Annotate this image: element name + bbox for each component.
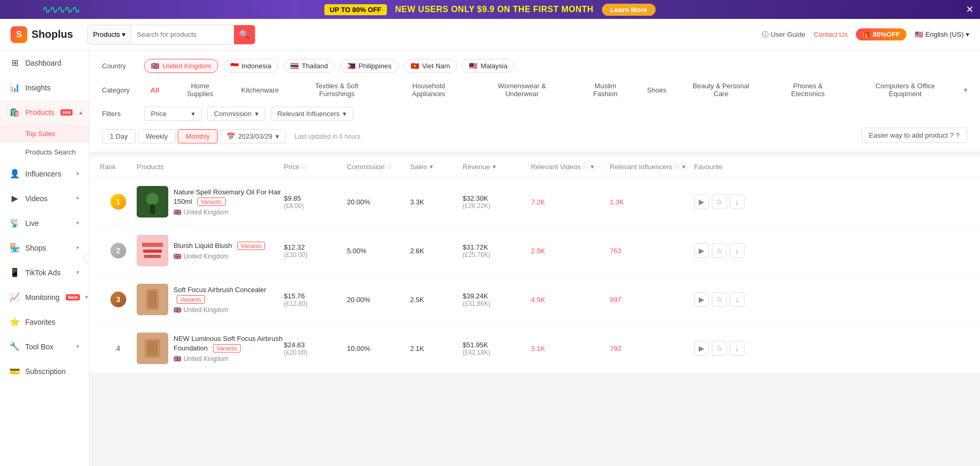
- relevant-videos-cell[interactable]: 3.1K: [531, 345, 610, 353]
- main-content: Country 🇬🇧 United Kingdom 🇮🇩 Indonesia 🇹…: [89, 50, 980, 466]
- videos-info-icon[interactable]: ⓘ: [582, 163, 588, 171]
- sidebar-item-shops[interactable]: 🏪 Shops ▾: [0, 235, 89, 260]
- col-sales[interactable]: Sales ▼: [410, 163, 463, 171]
- insights-icon: 📊: [9, 82, 20, 92]
- country-philippines-button[interactable]: 🇵🇭 Philippines: [340, 59, 399, 73]
- sidebar-item-products[interactable]: 🛍️ Products Hot ▲: [0, 100, 89, 125]
- chevron-down-icon: ▾: [76, 343, 79, 350]
- rank-cell: 2: [100, 243, 137, 258]
- col-favourite: Favourite: [694, 163, 757, 171]
- search-input[interactable]: [131, 25, 234, 44]
- relevant-videos-cell[interactable]: 2.5K: [531, 247, 610, 255]
- category-household-button[interactable]: Household Appliances: [389, 79, 468, 100]
- product-cell: Soft Focus Airbrush Concealer Variants 🇬…: [137, 284, 284, 315]
- sidebar-item-videos[interactable]: ▶ Videos ▾: [0, 186, 89, 211]
- easier-way-button[interactable]: Easier way to add product ? ?: [861, 128, 967, 143]
- country-malaysia-button[interactable]: 🇲🇾 Malaysia: [462, 59, 514, 73]
- commission-info-icon[interactable]: ⓘ: [386, 163, 392, 171]
- video-fav-button[interactable]: ▶: [694, 292, 709, 307]
- product-name[interactable]: Blursh Liquid Blush Variants: [173, 241, 284, 251]
- svg-rect-9: [148, 291, 157, 308]
- sidebar-item-favorites[interactable]: ⭐ Favorites: [0, 309, 89, 334]
- sidebar-sub-item-top-sales[interactable]: Top Sales: [0, 125, 89, 143]
- date-picker[interactable]: 📅 2023/03/29 ▾: [220, 129, 286, 143]
- category-muslim-button[interactable]: Muslim Fashion: [575, 79, 636, 100]
- relevant-influencers-cell[interactable]: 1.3K: [610, 198, 694, 206]
- download-button[interactable]: ↓: [730, 292, 744, 307]
- product-info: Blursh Liquid Blush Variants 🇬🇧 United K…: [173, 241, 284, 260]
- category-all-button[interactable]: All: [144, 84, 166, 97]
- sales-cell: 2.5K: [410, 296, 463, 304]
- sidebar-sub-item-products-search[interactable]: Products Search: [0, 143, 89, 161]
- country-indonesia-button[interactable]: 🇮🇩 Indonesia: [223, 59, 278, 73]
- banner-learn-more-button[interactable]: Learn More: [602, 4, 656, 16]
- sidebar-item-toolbox[interactable]: 🔧 Tool Box ▾: [0, 334, 89, 359]
- time-tab-weekly[interactable]: Weekly: [138, 129, 176, 143]
- relevant-influencers-cell[interactable]: 997: [610, 296, 694, 304]
- sidebar-item-subscription[interactable]: 💳 Subscription: [0, 359, 89, 384]
- search-button[interactable]: 🔍: [234, 25, 255, 44]
- star-fav-button[interactable]: ☆: [712, 341, 727, 356]
- sidebar-item-dashboard[interactable]: ⊞ Dashboard: [0, 50, 89, 75]
- country-label: United Kingdom: [162, 62, 211, 70]
- product-name[interactable]: NEW Luminous Soft Focus Airbrush Foundat…: [173, 334, 284, 353]
- product-country: 🇬🇧 United Kingdom: [173, 209, 284, 216]
- product-name[interactable]: Soft Focus Airbrush Concealer Variants: [173, 285, 284, 304]
- category-home-supplies-button[interactable]: Home Supplies: [171, 79, 230, 100]
- sidebar-item-live[interactable]: 📡 Live ▾: [0, 211, 89, 235]
- category-expand-icon[interactable]: ▾: [964, 86, 967, 94]
- country-thailand-button[interactable]: 🇹🇭 Thailand: [283, 59, 335, 73]
- category-phones-button[interactable]: Phones & Electronics: [769, 79, 846, 100]
- chevron-down-icon: ▾: [76, 269, 79, 276]
- download-button[interactable]: ↓: [730, 341, 744, 356]
- search-type-dropdown[interactable]: Products ▾: [88, 25, 131, 44]
- video-fav-button[interactable]: ▶: [694, 243, 709, 258]
- relevant-videos-cell[interactable]: 7.2K: [531, 198, 610, 206]
- influencers-filter-dropdown[interactable]: Relevant Influencers ▾: [271, 107, 354, 121]
- col-rank: Rank: [100, 163, 137, 171]
- download-button[interactable]: ↓: [730, 243, 744, 258]
- language-selector[interactable]: 🇺🇸 English (US) ▾: [915, 30, 969, 38]
- category-computers-button[interactable]: Computers & Office Equipment: [852, 79, 958, 100]
- star-fav-button[interactable]: ☆: [712, 292, 727, 307]
- sidebar-item-insights[interactable]: 📊 Insights: [0, 75, 89, 100]
- col-revenue[interactable]: Revenue ▼: [463, 163, 531, 171]
- category-textiles-button[interactable]: Textiles & Soft Furnishings: [290, 79, 383, 100]
- sidebar-item-label: Live: [25, 219, 39, 227]
- star-fav-button[interactable]: ☆: [712, 194, 727, 209]
- time-tab-monthly[interactable]: Monthly: [178, 129, 218, 143]
- product-image: [137, 284, 168, 315]
- user-guide-link[interactable]: ⓘ User Guide: [762, 30, 805, 39]
- download-button[interactable]: ↓: [730, 194, 744, 209]
- price-filter-dropdown[interactable]: Price ▾: [144, 107, 202, 121]
- contact-us-link[interactable]: Contact Us: [814, 30, 848, 38]
- star-fav-button[interactable]: ☆: [712, 243, 727, 258]
- country-vietnam-button[interactable]: 🇻🇳 Viet Nam: [404, 59, 457, 73]
- category-beauty-button[interactable]: Beauty & Personal Care: [678, 79, 764, 100]
- video-fav-button[interactable]: ▶: [694, 194, 709, 209]
- relevant-influencers-cell[interactable]: 763: [610, 247, 694, 255]
- country-uk-button[interactable]: 🇬🇧 United Kingdom: [144, 59, 218, 73]
- price-info-icon[interactable]: ⓘ: [301, 163, 307, 171]
- commission-cell: 20.00%: [347, 198, 410, 206]
- time-tab-1day[interactable]: 1 Day: [102, 129, 136, 143]
- category-shoes-button[interactable]: Shoes: [641, 84, 673, 97]
- off-badge-button[interactable]: 🎁 80%OFF: [856, 28, 906, 40]
- sidebar-item-tiktok-ads[interactable]: 📱 TikTok Ads ▾: [0, 260, 89, 285]
- videos-icon: ▶: [9, 193, 20, 203]
- revenue-cell: $32.30K (£26.22K): [463, 194, 531, 210]
- commission-filter-dropdown[interactable]: Commission ▾: [207, 107, 266, 121]
- category-kitchenware-button[interactable]: Kitchenware: [235, 84, 285, 97]
- sidebar-item-influencers[interactable]: 👤 Influencers ▾: [0, 161, 89, 186]
- sidebar-item-monitoring[interactable]: 📈 Monitoring New ▾: [0, 285, 89, 309]
- product-name[interactable]: Nature Spell Rosemary Oil For Hair 150ml…: [173, 188, 284, 206]
- banner-close-button[interactable]: ✕: [966, 4, 974, 15]
- sidebar: ⊞ Dashboard 📊 Insights 🛍️ Products Hot ▲…: [0, 50, 89, 466]
- sidebar-item-label: TikTok Ads: [25, 268, 60, 277]
- influencers-col-info-icon[interactable]: ⓘ: [674, 163, 680, 171]
- relevant-influencers-cell[interactable]: 792: [610, 345, 694, 353]
- category-filter-row: Category All Home Supplies Kitchenware T…: [102, 79, 967, 100]
- video-fav-button[interactable]: ▶: [694, 341, 709, 356]
- category-womenswear-button[interactable]: Womenswear & Underwear: [474, 79, 570, 100]
- relevant-videos-cell[interactable]: 4.5K: [531, 296, 610, 304]
